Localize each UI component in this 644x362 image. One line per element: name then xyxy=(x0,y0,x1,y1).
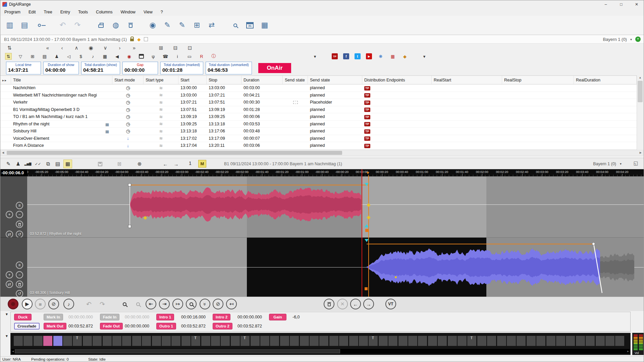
table-row[interactable]: VoiceOver-Element↓≋13:17:0213:17:0900:00… xyxy=(0,135,637,142)
expand-all-icon[interactable]: ▸▸ xyxy=(2,78,7,82)
edit-marker[interactable] xyxy=(365,229,368,232)
track2-add-button[interactable]: + xyxy=(6,271,13,279)
overview-block[interactable] xyxy=(231,336,240,346)
table-add-icon[interactable]: ⊞ xyxy=(192,20,202,31)
approve-icon[interactable]: ✓✓ xyxy=(34,160,42,168)
overview-block[interactable] xyxy=(83,336,92,346)
previous-take-button[interactable]: ← xyxy=(350,299,361,309)
scroll-left-icon[interactable]: ◀ xyxy=(2,151,4,154)
info-circle-icon[interactable]: ⓘ xyxy=(210,53,217,60)
column-header-start-mode[interactable]: Start mode xyxy=(112,76,144,84)
table-row[interactable]: Nachrichten◷≋13:00:0013:03:0000:03:00pla… xyxy=(0,84,637,92)
intro-2-button[interactable]: Intro 2 xyxy=(213,314,230,320)
overview-block[interactable] xyxy=(546,336,555,346)
cancel-take-button[interactable]: ✕ xyxy=(337,299,348,309)
waveform-track-1[interactable] xyxy=(27,176,644,237)
table-horizontal-scrollbar[interactable]: ◀ ▶ xyxy=(0,150,643,156)
table-row[interactable]: Solsbury Hill▦◷≋13:13:1813:17:0600:03:48… xyxy=(0,128,637,135)
monitor-icon[interactable]: ▭ xyxy=(186,53,193,60)
overview-block[interactable] xyxy=(280,336,289,346)
grid-view-icon[interactable]: ▦ xyxy=(259,20,270,31)
prelisten-button[interactable]: ♪ xyxy=(63,299,74,309)
overview-block[interactable] xyxy=(211,336,220,346)
column-header-title[interactable]: Title xyxy=(11,76,112,84)
facebook-icon[interactable]: f xyxy=(343,53,349,59)
table-vertical-scrollbar[interactable]: ▲ ▼ xyxy=(637,75,643,156)
outro-1-button[interactable]: Outro 1 xyxy=(156,323,176,329)
skip-playback-button[interactable]: ⊘ xyxy=(48,299,59,309)
goto-last-icon[interactable]: » xyxy=(130,44,138,52)
overview-block[interactable] xyxy=(103,336,112,346)
overview-block[interactable] xyxy=(132,336,141,346)
edit-marker[interactable] xyxy=(592,242,595,245)
column-header-send-state[interactable]: Send state xyxy=(283,76,308,84)
goto-mark-in-button[interactable]: ↦ xyxy=(172,299,183,309)
distribution-icon-3[interactable]: ◆ xyxy=(401,53,408,60)
overview-block[interactable] xyxy=(290,336,299,346)
goto-end-button[interactable]: ⇥ xyxy=(159,299,170,309)
overview-block[interactable] xyxy=(438,336,447,346)
goto-prev-icon[interactable]: ‹ xyxy=(58,44,66,52)
speaker-person-icon[interactable]: ♟ xyxy=(14,160,22,168)
intro-1-button[interactable]: Intro 1 xyxy=(156,314,174,320)
contact-search-icon[interactable]: ♟ xyxy=(53,53,60,60)
edit-pencil-icon[interactable]: ✎ xyxy=(4,160,13,168)
edit-marker[interactable] xyxy=(365,183,369,186)
overview-block[interactable] xyxy=(310,336,319,346)
channel-caret-icon[interactable]: ▾ xyxy=(630,38,632,41)
track1-loop-button[interactable]: ↺ xyxy=(16,231,23,238)
music-icon[interactable]: ♪ xyxy=(90,53,96,60)
fade-out-button[interactable]: Fade Out xyxy=(100,323,123,329)
table-hscroll-thumb[interactable] xyxy=(7,151,342,155)
editor-channel-caret-icon[interactable]: ▾ xyxy=(620,162,622,166)
mode-m-button[interactable]: M xyxy=(198,160,206,168)
overview-block[interactable] xyxy=(171,336,180,346)
overview-block[interactable] xyxy=(428,336,437,346)
delete-take-button[interactable] xyxy=(324,299,334,309)
money-icon[interactable]: $ xyxy=(77,53,84,60)
track2-remove-button[interactable]: − xyxy=(16,271,23,279)
goto-next-icon[interactable]: › xyxy=(116,44,123,52)
table-row[interactable]: Verkehr◷≋13:07:2113:07:5100:00:30Placeho… xyxy=(0,99,637,106)
play-circle-icon[interactable]: ◉ xyxy=(147,20,158,31)
table-row[interactable]: B1 Vormittag/Mittag Openerbett 3 D◷≋13:0… xyxy=(0,106,637,114)
paste-icon[interactable]: ▤ xyxy=(53,160,62,168)
stop-button[interactable]: ■ xyxy=(35,299,46,309)
collapse-icon[interactable]: ∧ xyxy=(73,44,80,52)
overview-block[interactable] xyxy=(576,336,585,346)
minimize-button[interactable]: – xyxy=(598,0,613,8)
table-row[interactable]: TO / B1 am Mi Nachmittag / kurz nach 1◷≋… xyxy=(0,113,637,121)
delete-icon[interactable] xyxy=(125,20,136,31)
undo-button[interactable]: ↶ xyxy=(84,299,94,309)
edit-marker[interactable] xyxy=(395,276,397,278)
outro-2-button[interactable]: Outro 2 xyxy=(213,323,232,329)
menu-edit[interactable]: Edit xyxy=(29,10,36,14)
zoom-out-button[interactable] xyxy=(132,299,143,309)
undo-icon[interactable]: ↶ xyxy=(57,20,68,31)
expand-editor-icon[interactable]: ◱ xyxy=(634,160,638,166)
overview-block[interactable] xyxy=(319,336,328,346)
close-take-icon[interactable]: ⊠ xyxy=(115,160,124,168)
create-entry-icon[interactable]: ✎ xyxy=(177,20,187,31)
track2-trash-button[interactable] xyxy=(16,281,23,288)
overview-block[interactable] xyxy=(517,336,526,346)
overview-block[interactable] xyxy=(23,336,33,346)
duck-button[interactable]: Duck xyxy=(14,314,32,320)
goto-mark-out-button[interactable]: ↤ xyxy=(226,299,237,309)
overview-scroll-right-icon[interactable]: ▸ xyxy=(627,349,629,354)
overview-scroll-thumb[interactable] xyxy=(15,349,340,353)
overview-block[interactable] xyxy=(142,336,151,346)
copy-icon[interactable]: ⧉ xyxy=(44,160,52,168)
overview-block[interactable] xyxy=(181,336,191,346)
discard-take-icon[interactable]: ⊗ xyxy=(135,160,144,168)
save-take-icon[interactable] xyxy=(96,160,104,168)
next-take-button[interactable]: → xyxy=(363,299,374,309)
overview-block[interactable] xyxy=(14,336,23,346)
overview-block[interactable] xyxy=(93,336,102,346)
edit-marker[interactable] xyxy=(365,287,368,290)
scroll-up-icon[interactable]: ▲ xyxy=(637,75,643,80)
layout-rows-icon[interactable]: ▤ xyxy=(19,20,30,31)
column-header-distribution-endpoints[interactable]: Distribution Endpoints xyxy=(362,76,432,84)
record-button[interactable] xyxy=(8,299,18,309)
channel-selector[interactable]: Bayern 1 (0) xyxy=(603,37,627,42)
